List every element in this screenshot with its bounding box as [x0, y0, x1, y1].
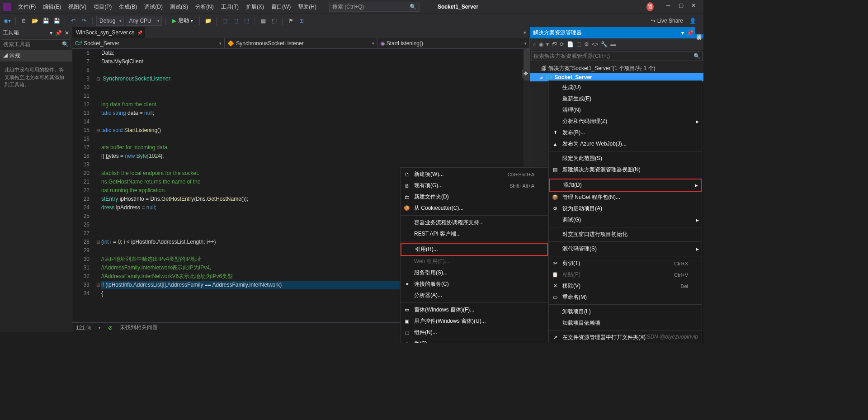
misc-icon-2[interactable]: ⬚: [269, 16, 278, 25]
context-menu-item[interactable]: 对交互窗口进行项目初始化: [549, 229, 702, 240]
context-menu-item[interactable]: 重新生成(E): [549, 93, 702, 104]
step-icon-3[interactable]: ⬚: [242, 16, 251, 25]
context-menu-item[interactable]: 🗋新建项(W)...Ctrl+Shift+A: [401, 169, 548, 180]
saveall-icon[interactable]: 💾: [52, 16, 61, 25]
menu-item[interactable]: 工具(T): [217, 3, 242, 11]
user-avatar[interactable]: 通: [646, 2, 654, 11]
context-menu-item[interactable]: 服务引用(S)...: [401, 267, 548, 278]
solution-root[interactable]: 🗐解决方案"Socket1_Server"(1 个项目/共 1 个): [530, 64, 703, 73]
toolbox-section[interactable]: ◢ 常规: [0, 50, 72, 61]
context-menu-item[interactable]: ⚭连接的服务(C): [401, 278, 548, 290]
nav-icon[interactable]: ⊞: [297, 16, 306, 25]
context-menu-item[interactable]: 📦管理 NuGet 程序包(N)...: [549, 192, 702, 203]
nav-class[interactable]: 🔶SynchronousSocketListener: [225, 38, 377, 48]
menu-item[interactable]: 文件(F): [14, 3, 39, 11]
step-icon[interactable]: ⬚: [220, 16, 229, 25]
redo-icon[interactable]: ↷: [80, 16, 89, 25]
menu-item[interactable]: 编辑(E): [39, 3, 65, 11]
context-menu-item[interactable]: ◆类(C)...: [401, 338, 548, 343]
platform-combo[interactable]: Any CPU: [126, 16, 162, 26]
menu-item[interactable]: 视图(V): [65, 3, 90, 11]
issues-status[interactable]: 未找到相关问题: [120, 324, 158, 331]
refresh-icon[interactable]: ⟳: [560, 41, 564, 47]
context-menu-item[interactable]: 卸载项目(L): [549, 306, 702, 317]
back-icon[interactable]: ◉: [539, 41, 543, 47]
context-menu-item[interactable]: ✕移除(V)Del: [549, 280, 702, 292]
context-menu-item[interactable]: 清理(N): [549, 104, 702, 116]
context-menu-item[interactable]: 分析器(A)...: [401, 290, 548, 301]
start-button[interactable]: ▶启动▾: [170, 17, 196, 24]
menu-item[interactable]: 分析(N): [192, 3, 217, 11]
context-menu-item[interactable]: 分析和代码清理(Z)▶: [549, 116, 702, 127]
context-menu-item[interactable]: 📋粘贴(P)Ctrl+V: [549, 269, 702, 280]
context-menu-item[interactable]: 引用(R)...: [401, 243, 548, 256]
context-menu-item[interactable]: ▤新建解决方案资源管理器视图(N): [549, 164, 702, 175]
sync-icon[interactable]: 🗗: [552, 41, 557, 47]
context-menu-item[interactable]: ▣用户控件(Windows 窗体)(U)...: [401, 316, 548, 327]
solution-search[interactable]: 搜索解决方案资源管理器(Ctrl+;)🔍: [531, 51, 703, 61]
flag-icon[interactable]: ⚑: [286, 16, 295, 25]
menu-item[interactable]: 调试(D): [141, 3, 166, 11]
properties-icon[interactable]: ⚙: [584, 41, 589, 47]
context-menu-item[interactable]: 源代码管理(S)▶: [549, 243, 702, 255]
home-icon[interactable]: ⌂: [533, 41, 536, 47]
context-menu-item[interactable]: ⬚组件(N)...: [401, 327, 548, 338]
pin-icon[interactable]: 📌: [137, 30, 142, 35]
context-menu-item[interactable]: 加载项目依赖项: [549, 317, 702, 329]
tab-overflow-icon[interactable]: ▾: [524, 29, 530, 36]
menu-item[interactable]: 项目(P): [90, 3, 115, 11]
new-icon[interactable]: 🗎: [19, 16, 28, 25]
menu-item[interactable]: 扩展(X): [242, 3, 268, 11]
context-menu-item[interactable]: ⚙设为启动项目(A): [549, 203, 702, 214]
dropdown-icon[interactable]: ▾: [50, 30, 52, 36]
liveshare-button[interactable]: ↪Live Share👤: [651, 18, 701, 24]
context-menu-item[interactable]: Web 引用(E)...: [401, 256, 548, 267]
more-icon[interactable]: ▬: [610, 41, 616, 47]
nav-project[interactable]: C#Socket_Server: [72, 38, 225, 48]
save-icon[interactable]: 💾: [41, 16, 50, 25]
context-menu-item[interactable]: 生成(U): [549, 82, 702, 93]
close-icon[interactable]: ✕: [65, 30, 69, 36]
context-menu-item[interactable]: 🗎现有项(G)...Shift+Alt+A: [401, 180, 548, 191]
account-icon[interactable]: 👤: [689, 18, 696, 24]
splitter-icon[interactable]: ✥: [522, 70, 530, 78]
minimize-button[interactable]: ─: [665, 2, 672, 11]
menu-item[interactable]: 窗口(W): [268, 3, 294, 11]
step-icon-2[interactable]: ⬚: [231, 16, 240, 25]
global-search[interactable]: 搜索 (Ctrl+Q)🔍: [329, 2, 420, 12]
pin-icon[interactable]: 📌: [687, 30, 693, 36]
restore-button[interactable]: ▢: [677, 2, 684, 11]
toolbox-search[interactable]: 搜索工具箱🔍: [1, 39, 71, 49]
context-menu-item[interactable]: ▭重命名(M): [549, 292, 702, 303]
misc-icon[interactable]: ▦: [259, 16, 268, 25]
open-icon[interactable]: 📂: [30, 16, 39, 25]
context-menu-item[interactable]: ▲发布为 Azure WebJob(J)...: [549, 138, 702, 150]
menu-item[interactable]: 帮助(H): [294, 3, 320, 11]
pin-icon[interactable]: 📌: [55, 30, 62, 36]
context-menu-item[interactable]: ▭窗体(Windows 窗体)(F)...: [401, 304, 548, 316]
wrench-icon[interactable]: 🔧: [601, 41, 608, 47]
menu-item[interactable]: 生成(B): [115, 3, 141, 11]
undo-icon[interactable]: ↶: [69, 16, 78, 25]
config-combo[interactable]: Debug: [96, 16, 124, 26]
menu-item[interactable]: 测试(S): [166, 3, 192, 11]
zoom-level[interactable]: 121 %: [76, 325, 91, 331]
context-menu-item[interactable]: 🗀新建文件夹(D): [401, 191, 548, 203]
dropdown-icon[interactable]: ▾: [681, 30, 684, 36]
context-menu-item[interactable]: ✂剪切(T)Ctrl+X: [549, 258, 702, 269]
showall-icon[interactable]: ⬚: [576, 41, 581, 47]
diagnostics-tab[interactable]: 诊断工具: [695, 27, 703, 34]
context-menu-item[interactable]: 容器业务流程协调程序支持...: [401, 217, 548, 228]
code-icon[interactable]: <>: [592, 41, 598, 47]
nav-method[interactable]: ◉StartListening(): [377, 38, 530, 48]
close-button[interactable]: ✕: [690, 2, 697, 11]
context-menu-item[interactable]: 🍪从 Cookiecutter(C)...: [401, 203, 548, 214]
tool-icon[interactable]: 📄: [567, 41, 574, 47]
context-menu-item[interactable]: 调试(G)▶: [549, 214, 702, 226]
tool-icon[interactable]: 📁: [203, 16, 212, 25]
context-menu-item[interactable]: ⬆发布(B)...: [549, 127, 702, 138]
context-menu-item[interactable]: 添加(D)▶: [549, 179, 702, 192]
context-menu-item[interactable]: REST API 客户端...: [401, 228, 548, 240]
context-menu-item[interactable]: 限定为此范围(S): [549, 153, 702, 164]
back-icon[interactable]: ◉▾: [3, 16, 12, 25]
